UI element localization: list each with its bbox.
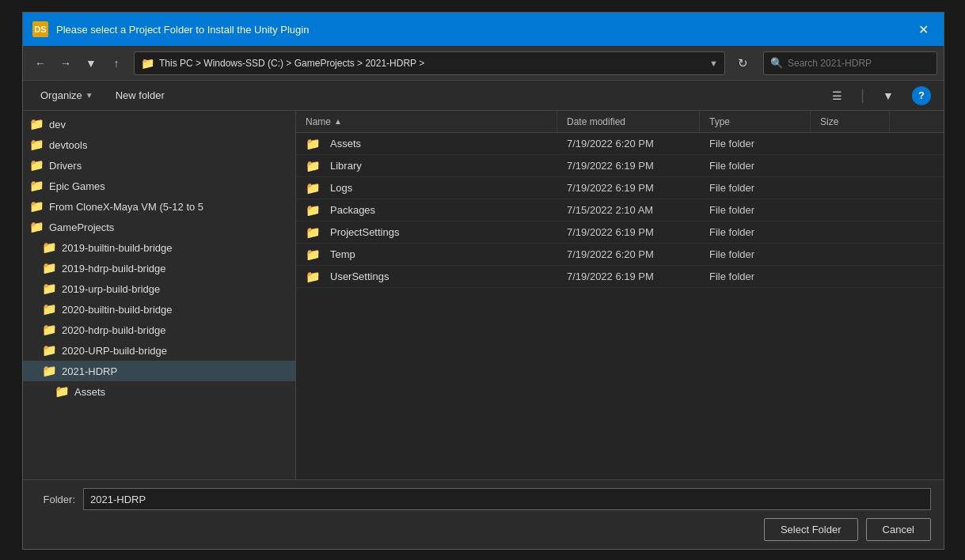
file-date-cell: 7/19/2022 6:20 PM	[557, 244, 700, 265]
folder-label: Folder:	[36, 494, 75, 505]
table-row[interactable]: 📁ProjectSettings7/19/2022 6:19 PMFile fo…	[296, 221, 944, 244]
col-header-size[interactable]: Size	[811, 111, 890, 132]
sidebar-item-label: 2020-builtin-build-bridge	[62, 304, 172, 316]
folder-row: Folder:	[36, 488, 931, 510]
file-date-cell: 7/19/2022 6:19 PM	[557, 221, 700, 243]
back-button[interactable]: ←	[29, 52, 51, 74]
file-type-cell: File folder	[700, 266, 811, 287]
file-type-cell: File folder	[700, 133, 811, 154]
organize-chevron: ▼	[85, 91, 93, 100]
folder-icon: 📁	[42, 240, 57, 255]
table-row[interactable]: 📁Library7/19/2022 6:19 PMFile folder	[296, 155, 944, 177]
file-name-text: ProjectSettings	[330, 226, 399, 238]
organize-button[interactable]: Organize ▼	[36, 86, 98, 104]
file-type-cell: File folder	[700, 177, 811, 199]
file-folder-icon: 📁	[306, 181, 321, 195]
sidebar-item-label: 2019-builtin-build-bridge	[62, 242, 172, 254]
sidebar-item-label: 2020-hdrp-build-bridge	[62, 324, 166, 336]
view-dropdown-button[interactable]: ▼	[877, 85, 899, 107]
address-bar-chevron[interactable]: ▼	[709, 59, 718, 68]
sidebar-item-label: GameProjects	[49, 221, 114, 233]
sidebar-item-label: dev	[49, 119, 66, 131]
help-button[interactable]: ?	[912, 86, 931, 105]
col-type-label: Type	[709, 116, 730, 127]
file-size-cell	[811, 155, 890, 176]
table-row[interactable]: 📁UserSettings7/19/2022 6:19 PMFile folde…	[296, 266, 944, 288]
sidebar-item-drivers[interactable]: 📁Drivers	[23, 155, 295, 176]
sidebar-item-label: 2020-URP-build-bridge	[62, 345, 167, 357]
col-date-label: Date modified	[567, 116, 625, 127]
col-header-name[interactable]: Name ▲	[296, 111, 557, 132]
main-content: 📁dev📁devtools📁Drivers📁Epic Games📁From Cl…	[23, 111, 944, 479]
dialog: DS Please select a Project Folder to Ins…	[22, 12, 944, 550]
file-date-cell: 7/19/2022 6:19 PM	[557, 177, 700, 199]
new-folder-button[interactable]: New folder	[111, 86, 169, 104]
file-name-text: Assets	[330, 138, 361, 149]
sidebar: 📁dev📁devtools📁Drivers📁Epic Games📁From Cl…	[23, 111, 296, 479]
forward-button[interactable]: →	[55, 52, 77, 74]
file-type-cell: File folder	[700, 221, 811, 243]
sidebar-item-devtools[interactable]: 📁devtools	[23, 134, 295, 155]
title-bar: DS Please select a Project Folder to Ins…	[23, 13, 944, 46]
file-name-text: Library	[330, 160, 362, 172]
file-name-text: Packages	[330, 204, 375, 216]
table-row[interactable]: 📁Logs7/19/2022 6:19 PMFile folder	[296, 177, 944, 199]
sidebar-item-label: 2019-urp-build-bridge	[62, 283, 160, 295]
up-button[interactable]: ↑	[105, 52, 127, 74]
file-folder-icon: 📁	[306, 159, 321, 173]
col-header-type[interactable]: Type	[700, 111, 811, 132]
table-row[interactable]: 📁Packages7/15/2022 2:10 AMFile folder	[296, 199, 944, 221]
sidebar-item-dev[interactable]: 📁dev	[23, 114, 295, 134]
file-size-cell	[811, 199, 890, 221]
sidebar-item-2019-hdrp[interactable]: 📁2019-hdrp-build-bridge	[23, 258, 295, 278]
sidebar-item-epic-games[interactable]: 📁Epic Games	[23, 176, 295, 196]
folder-input[interactable]	[83, 488, 931, 510]
file-size-cell	[811, 266, 890, 287]
col-header-date[interactable]: Date modified	[557, 111, 700, 132]
sort-arrow: ▲	[334, 117, 342, 126]
column-header: Name ▲ Date modified Type Size	[296, 111, 944, 133]
sidebar-item-2020-hdrp[interactable]: 📁2020-hdrp-build-bridge	[23, 320, 295, 340]
file-name-cell: 📁Library	[296, 155, 557, 176]
view-divider: |	[861, 87, 864, 104]
search-box[interactable]: 🔍	[763, 51, 937, 75]
folder-icon: 📁	[29, 220, 44, 234]
file-size-cell	[811, 244, 890, 265]
file-name-cell: 📁Packages	[296, 199, 557, 221]
sidebar-item-label: devtools	[49, 139, 87, 151]
folder-icon: 📁	[42, 261, 57, 275]
sidebar-item-2019-urp[interactable]: 📁2019-urp-build-bridge	[23, 278, 295, 299]
file-date-cell: 7/19/2022 6:19 PM	[557, 155, 700, 176]
refresh-button[interactable]: ↻	[731, 52, 754, 74]
close-button[interactable]: ✕	[912, 18, 934, 40]
organize-label: Organize	[40, 89, 82, 101]
select-folder-button[interactable]: Select Folder	[764, 518, 858, 541]
sidebar-item-gameprojects[interactable]: 📁GameProjects	[23, 217, 295, 237]
table-row[interactable]: 📁Assets7/19/2022 6:20 PMFile folder	[296, 133, 944, 155]
file-name-cell: 📁Assets	[296, 133, 557, 154]
view-button[interactable]: ☰	[826, 85, 848, 107]
nav-bar: ← → ▼ ↑ 📁 This PC > Windows-SSD (C:) > G…	[23, 46, 944, 81]
address-bar[interactable]: 📁 This PC > Windows-SSD (C:) > GameProje…	[134, 51, 725, 75]
sidebar-item-label: From CloneX-Maya VM (5-12 to 5	[49, 201, 203, 213]
sidebar-item-2020-urp[interactable]: 📁2020-URP-build-bridge	[23, 340, 295, 361]
file-type-cell: File folder	[700, 199, 811, 221]
sidebar-item-from-clonex[interactable]: 📁From CloneX-Maya VM (5-12 to 5	[23, 196, 295, 217]
sidebar-item-2021-hdrp[interactable]: 📁2021-HDRP	[23, 361, 295, 381]
file-name-text: UserSettings	[330, 271, 389, 282]
folder-icon: 📁	[42, 282, 57, 296]
cancel-button[interactable]: Cancel	[866, 518, 931, 541]
file-folder-icon: 📁	[306, 203, 321, 218]
file-size-cell	[811, 177, 890, 199]
sidebar-item-assets[interactable]: 📁Assets	[23, 381, 295, 402]
search-input[interactable]	[788, 58, 930, 69]
sidebar-item-2020-builtin[interactable]: 📁2020-builtin-build-bridge	[23, 299, 295, 320]
folder-icon: 📁	[29, 199, 44, 214]
file-size-cell	[811, 221, 890, 243]
dropdown-button[interactable]: ▼	[80, 52, 102, 74]
table-row[interactable]: 📁Temp7/19/2022 6:20 PMFile folder	[296, 244, 944, 266]
address-bar-text: This PC > Windows-SSD (C:) > GameProject…	[159, 58, 703, 69]
file-size-cell	[811, 133, 890, 154]
sidebar-item-2019-builtin[interactable]: 📁2019-builtin-build-bridge	[23, 237, 295, 258]
search-icon: 🔍	[770, 57, 783, 69]
